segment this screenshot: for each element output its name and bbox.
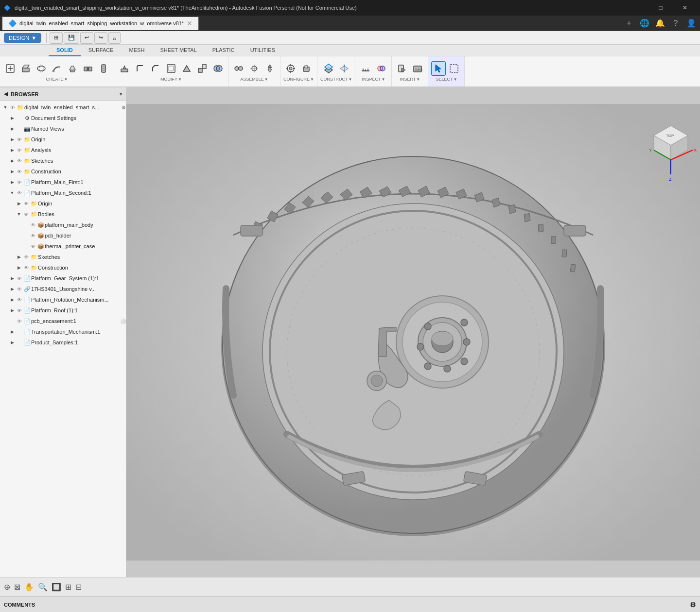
undo-button[interactable]: ↩ bbox=[80, 32, 93, 44]
tree-arrow[interactable]: ▶ bbox=[9, 116, 16, 120]
tree-arrow[interactable]: ▶ bbox=[9, 148, 16, 153]
select-filter-button[interactable] bbox=[447, 61, 461, 76]
web-button[interactable]: 🌐 bbox=[638, 17, 651, 30]
offset-plane-button[interactable] bbox=[321, 61, 336, 76]
visibility-toggle[interactable]: 👁 bbox=[16, 158, 23, 164]
visibility-toggle[interactable]: 👁 bbox=[16, 190, 23, 196]
visual-style-button[interactable]: ⊟ bbox=[75, 582, 82, 592]
thread-button[interactable] bbox=[96, 61, 111, 76]
tree-arrow[interactable]: ▶ bbox=[9, 137, 16, 142]
visibility-toggle[interactable]: 👁 bbox=[29, 244, 37, 249]
browser-collapse-button[interactable]: ▾ bbox=[120, 91, 122, 97]
decal-button[interactable]: IMG bbox=[410, 61, 425, 76]
viewport[interactable]: TOP X Y Z bbox=[126, 87, 700, 577]
tree-arrow[interactable]: ▼ bbox=[2, 105, 9, 110]
comments-settings-icon[interactable]: ⚙ bbox=[690, 601, 696, 609]
view-cube-button[interactable]: ⊞ bbox=[65, 582, 71, 592]
hole-button[interactable] bbox=[81, 61, 95, 76]
visibility-toggle[interactable]: 👁 bbox=[16, 297, 23, 303]
tab-sheet-metal[interactable]: SHEET METAL bbox=[152, 45, 204, 56]
design-workspace-button[interactable]: DESIGN ▼ bbox=[4, 33, 41, 43]
visibility-toggle[interactable]: 👁 bbox=[16, 319, 23, 324]
new-tab-button[interactable]: + bbox=[622, 17, 636, 30]
tree-item[interactable]: ▼👁📁Bodies bbox=[0, 209, 126, 220]
draft-button[interactable] bbox=[179, 61, 194, 76]
visibility-toggle[interactable]: 👁 bbox=[16, 137, 23, 142]
tab-solid[interactable]: SOLID bbox=[49, 45, 81, 56]
minimize-button[interactable]: ─ bbox=[625, 0, 648, 16]
tree-item[interactable]: ▶👁📁Sketches bbox=[0, 252, 126, 262]
tab-close-button[interactable]: ✕ bbox=[187, 19, 192, 27]
tree-arrow[interactable]: ▶ bbox=[9, 158, 16, 163]
tree-item[interactable]: ▶👁📁Origin bbox=[0, 198, 126, 209]
tree-item[interactable]: ▶👁📁Sketches bbox=[0, 155, 126, 166]
revolve-button[interactable] bbox=[34, 61, 49, 76]
press-pull-button[interactable] bbox=[117, 61, 132, 76]
chamfer-button[interactable] bbox=[148, 61, 163, 76]
new-joint-button[interactable] bbox=[231, 61, 246, 76]
move-copy-button[interactable] bbox=[262, 61, 277, 76]
tree-item[interactable]: ▶👁📁Origin bbox=[0, 134, 126, 145]
tree-arrow[interactable]: ▶ bbox=[9, 308, 16, 313]
tree-item[interactable]: ▶👁📄Platform_Gear_System (1):1 bbox=[0, 273, 126, 284]
tree-item[interactable]: 👁📦thermal_printer_case bbox=[0, 241, 126, 252]
origin-display-button[interactable]: ⊕ bbox=[4, 582, 10, 592]
extrude-button[interactable] bbox=[18, 61, 33, 76]
tree-arrow[interactable]: ▶ bbox=[9, 126, 16, 131]
tree-item[interactable]: 👁📦platform_main_body bbox=[0, 220, 126, 230]
midplane-button[interactable] bbox=[337, 61, 351, 76]
tree-item[interactable]: ▼👁📄Platform_Main_Second:1 bbox=[0, 187, 126, 198]
visibility-toggle[interactable]: 👁 bbox=[29, 233, 37, 238]
tree-arrow[interactable]: ▶ bbox=[9, 329, 16, 334]
tree-arrow[interactable]: ▼ bbox=[9, 190, 16, 195]
tree-arrow[interactable]: ▶ bbox=[16, 201, 22, 206]
display-settings-button[interactable]: ⊠ bbox=[14, 582, 20, 592]
tree-item[interactable]: ▶👁📁Construction bbox=[0, 166, 126, 177]
visibility-toggle[interactable]: 👁 bbox=[9, 105, 17, 110]
tree-arrow[interactable]: ▶ bbox=[9, 297, 16, 302]
tree-item[interactable]: ▼👁📁digital_twin_enabled_smart_s...⚙ bbox=[0, 102, 126, 113]
grid-view-button[interactable]: ⊞ bbox=[50, 32, 63, 44]
tree-item[interactable]: ▶📄Transportation_Mechanism:1 bbox=[0, 326, 126, 337]
tree-arrow[interactable]: ▶ bbox=[9, 169, 16, 174]
visibility-toggle[interactable]: 👁 bbox=[16, 148, 23, 153]
close-button[interactable]: ✕ bbox=[674, 0, 696, 16]
interference-button[interactable] bbox=[374, 61, 388, 76]
tree-item[interactable]: ▶👁📄Platform_Rotation_Mechanism... bbox=[0, 294, 126, 305]
sweep-button[interactable] bbox=[50, 61, 64, 76]
visibility-toggle[interactable]: 👁 bbox=[16, 287, 23, 292]
account-button[interactable]: 👤 bbox=[684, 17, 698, 30]
configure-model-button[interactable] bbox=[283, 61, 298, 76]
tree-arrow[interactable]: ▶ bbox=[16, 255, 22, 259]
fit-all-button[interactable]: 🔲 bbox=[52, 582, 61, 592]
home-button[interactable]: ⌂ bbox=[108, 32, 121, 44]
tab-plastic[interactable]: PLASTIC bbox=[205, 45, 243, 56]
tree-item[interactable]: ▶⚙Document Settings bbox=[0, 113, 126, 123]
visibility-toggle[interactable]: 👁 bbox=[16, 180, 23, 185]
redo-button[interactable]: ↪ bbox=[94, 32, 107, 44]
save-button[interactable]: 💾 bbox=[64, 32, 79, 44]
tree-arrow[interactable]: ▼ bbox=[16, 212, 22, 217]
joint-origin-button[interactable] bbox=[247, 61, 262, 76]
tree-item[interactable]: ▶📷Named Views bbox=[0, 123, 126, 134]
tree-item[interactable]: ▶👁📁Analysis bbox=[0, 145, 126, 155]
visibility-toggle[interactable]: 👁 bbox=[16, 308, 23, 313]
tree-arrow[interactable]: ▶ bbox=[9, 287, 16, 291]
visibility-toggle[interactable]: 👁 bbox=[16, 169, 23, 174]
tab-utilities[interactable]: UTILITIES bbox=[243, 45, 283, 56]
scale-button[interactable] bbox=[195, 61, 210, 76]
maximize-button[interactable]: □ bbox=[649, 0, 672, 16]
combine-button[interactable] bbox=[210, 61, 225, 76]
document-tab[interactable]: 🔷 digital_twin_enabled_smart_shipping_wo… bbox=[2, 17, 199, 30]
window-controls[interactable]: ─ □ ✕ bbox=[625, 0, 696, 16]
tree-arrow[interactable]: ▶ bbox=[16, 265, 22, 270]
tab-mesh[interactable]: MESH bbox=[122, 45, 153, 56]
shell-button[interactable] bbox=[164, 61, 178, 76]
visibility-toggle[interactable]: 👁 bbox=[22, 201, 30, 206]
tab-surface[interactable]: SURFACE bbox=[81, 45, 122, 56]
tree-item[interactable]: ▶👁🔗17HS3401_Usongshine v... bbox=[0, 284, 126, 294]
notifications-button[interactable]: 🔔 bbox=[653, 17, 667, 30]
tree-item[interactable]: ▶👁📄Platform_Main_First:1 bbox=[0, 177, 126, 187]
visibility-toggle[interactable]: 👁 bbox=[22, 265, 30, 271]
measure-button[interactable] bbox=[358, 61, 373, 76]
